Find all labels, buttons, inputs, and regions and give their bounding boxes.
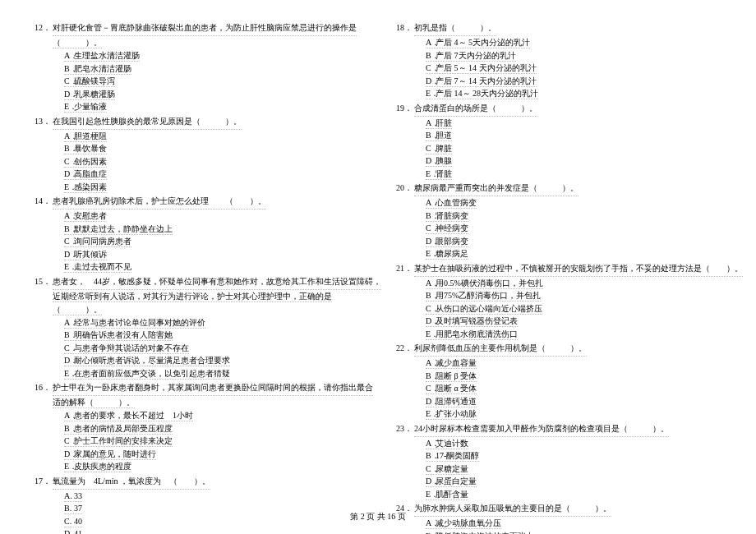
option: B．用75%乙醇消毒伤口，并包扎	[394, 289, 723, 302]
option: E．产后 14～ 28天内分泌的乳汁	[394, 87, 723, 100]
option-letter: D．	[64, 248, 74, 261]
question-number: 21．	[394, 262, 414, 275]
question-number: 13．	[33, 115, 53, 128]
option-text: 眼部病变	[436, 237, 468, 246]
option: C．与患者争辩其说话的对象不存在	[33, 342, 362, 355]
option-text: 少量输液	[74, 102, 107, 111]
option: A．胆道梗阻	[33, 130, 362, 143]
question: 19．合成清蛋白的场所是（ ）。A．肝脏B．胆道C．脾脏D．胰腺E．肾脏	[394, 102, 723, 181]
option: D．听其倾诉	[33, 248, 362, 261]
option-letter: A.	[64, 490, 74, 503]
question: 21．某护士在抽吸药液的过程中，不慎被掰开的安瓿划伤了手指，不妥的处理方法是（ …	[394, 262, 723, 341]
question-stem: 15．患者女， 44岁，敏感多疑，怀疑单位同事有意和她作对，故意给其工作和生活设…	[33, 275, 362, 290]
option: B．默默走过去，静静坐在边上	[33, 223, 362, 236]
question-stem: 20．糖尿病最严重而突出的并发症是（ ）。	[394, 182, 723, 196]
option: A．用0.5%碘伏消毒伤口，并包扎	[394, 277, 723, 290]
option-text: 神经病变	[436, 223, 468, 232]
question: 22．利尿剂降低血压的主要作用机制是（ ）。A．减少血容量B．阻断 β 受体C．…	[394, 342, 723, 421]
option-text: 胰腺	[436, 156, 452, 165]
option: B．胆道	[394, 129, 723, 142]
question-number: 14．	[33, 195, 53, 208]
option: C．神经病变	[394, 222, 723, 235]
option-letter: A．	[64, 49, 74, 62]
option-letter: C．	[426, 62, 436, 75]
option-letter: E．	[426, 407, 436, 421]
option-text: 心血管病变	[436, 198, 477, 207]
option: D．眼部病变	[394, 235, 723, 248]
option-letter: E．	[64, 460, 74, 473]
question-stem: 21．某护士在抽吸药液的过程中，不慎被掰开的安瓿划伤了手指，不妥的处理方法是（ …	[394, 262, 723, 277]
option-text: 创伤因素	[74, 157, 107, 166]
option-letter: B．	[64, 329, 74, 342]
option-letter: C．	[64, 342, 74, 355]
option: A.33	[33, 490, 362, 503]
option-letter: D．	[426, 395, 436, 408]
option-text: 产后 14～ 28天内分泌的乳汁	[436, 89, 538, 98]
option: A．生理盐水清洁灌肠	[33, 49, 362, 62]
option: C．阻断 α 受体	[394, 382, 723, 395]
option-text: 产后 7天内分泌的乳汁	[436, 51, 516, 60]
question-text: 利尿剂降低血压的主要作用机制是（ ）。	[414, 342, 587, 357]
option-text: 产后 4～ 5天内分泌的乳汁	[436, 38, 530, 47]
option-letter: D．	[426, 315, 436, 328]
question-number: 22．	[394, 342, 414, 355]
option: A．减少血容量	[394, 357, 723, 370]
option: A．产后 4～ 5天内分泌的乳汁	[394, 36, 723, 49]
option-letter: D．	[64, 168, 74, 181]
question: 23．24小时尿标本检查需要加入甲醛作为防腐剂的检查项目是（ ）。A．艾迪计数B…	[394, 422, 723, 501]
option-letter: E．	[64, 100, 74, 113]
option: E．糖尿病足	[394, 247, 723, 260]
question-stem: 16．护士甲在为一卧床患者翻身时，其家属询问患者更换卧位间隔时间的根据，请你指出…	[33, 381, 362, 396]
option-letter: E．	[426, 488, 436, 501]
option-letter: C．	[426, 382, 436, 395]
option-letter: B．	[64, 62, 74, 76]
option: E．走过去视而不见	[33, 260, 362, 274]
option-text: 胆道	[436, 131, 452, 140]
option-text: 从伤口的远心端向近心端挤压	[436, 304, 542, 313]
option-text: 在患者面前应低声交谈，以免引起患者猜疑	[74, 369, 230, 378]
option-text: 生理盐水清洁灌肠	[74, 51, 140, 60]
option-letter: E．	[426, 87, 436, 100]
option: B．降低肺泡内泡沫的表面张力	[394, 530, 723, 535]
question-text: 氧流量为 4L/min ，氧浓度为 （ ）。	[53, 475, 210, 490]
option: D．高脂血症	[33, 168, 362, 181]
option-letter: A．	[426, 357, 436, 370]
option: C．从伤口的远心端向近心端挤压	[394, 302, 723, 315]
option-text: 肥皂水清洁灌肠	[74, 64, 131, 73]
option-letter: A．	[426, 277, 436, 290]
option-letter: B．	[426, 370, 436, 383]
option: D．尿蛋白定量	[394, 475, 723, 488]
option-letter: C．	[426, 142, 436, 155]
option-text: 扩张小动脉	[436, 409, 477, 418]
option: D．耐心倾听患者诉说，尽量满足患者合理要求	[33, 354, 362, 367]
question-stem: 14．患者乳腺癌乳房切除术后，护士应怎么处理 （ ）。	[33, 195, 362, 209]
option-text: 脾脏	[436, 144, 452, 153]
option: B．明确告诉患者没有人陪害她	[33, 329, 362, 342]
option-text: 胆道梗阻	[74, 131, 107, 140]
question-text-cont: （ ）。	[33, 36, 362, 49]
option-letter: A．	[426, 437, 436, 450]
option-letter: D．	[64, 448, 74, 461]
option-letter: A．	[64, 316, 74, 329]
option-text: 17-酮类固醇	[436, 451, 479, 460]
option: A．安慰患者	[33, 209, 362, 223]
option-text: 艾迪计数	[436, 439, 468, 448]
option-text: 患者的病情及局部受压程度	[74, 424, 173, 433]
question: 18．初乳是指（ ）。A．产后 4～ 5天内分泌的乳汁B．产后 7天内分泌的乳汁…	[394, 21, 723, 100]
question-text: 初乳是指（ ）。	[414, 21, 496, 36]
question-text-cont: 适的解释（ ）。	[33, 396, 362, 409]
question-number: 16．	[33, 381, 53, 394]
option-letter: C．	[64, 235, 74, 248]
option-letter: E．	[64, 367, 74, 380]
question-text-cont: 近期经常听到有人说话，对其行为进行评论，护士对其心理护理中，正确的是（ ）。	[33, 290, 362, 316]
question-number: 15．	[33, 275, 53, 288]
question-text: 对肝硬化食管－胃底静脉曲张破裂出血的患者，为防止肝性脑病应禁忌进行的操作是	[53, 21, 357, 36]
option-text: 阻滞钙通道	[436, 397, 477, 406]
option-letter: C．	[426, 222, 436, 235]
question-text: 患者女， 44岁，敏感多疑，怀疑单位同事有意和她作对，故意给其工作和生活设置障碍…	[53, 275, 381, 290]
option-text: 听其倾诉	[74, 250, 107, 259]
option: E．在患者面前应低声交谈，以免引起患者猜疑	[33, 367, 362, 380]
question-stem: 19．合成清蛋白的场所是（ ）。	[394, 102, 723, 117]
option-letter: B．	[64, 142, 74, 155]
option-letter: B．	[64, 422, 74, 435]
